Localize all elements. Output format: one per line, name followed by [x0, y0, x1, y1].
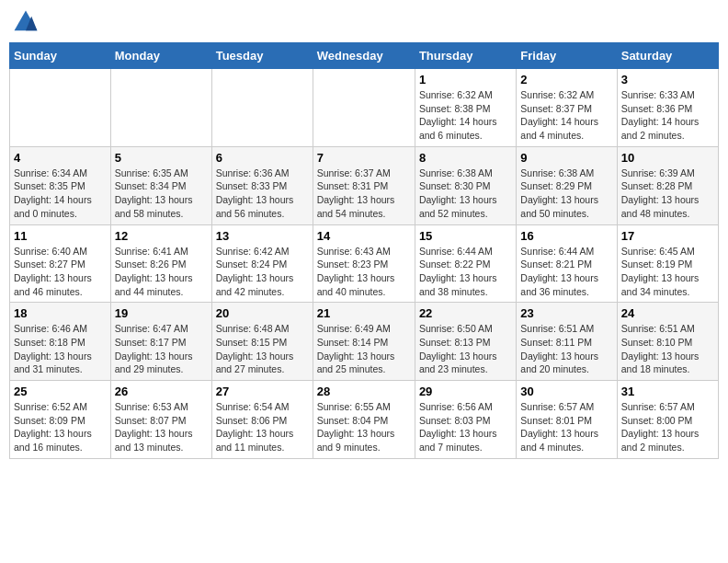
day-info: Sunrise: 6:32 AM Sunset: 8:37 PM Dayligh…	[520, 88, 612, 143]
calendar-cell: 10Sunrise: 6:39 AM Sunset: 8:28 PM Dayli…	[617, 146, 718, 224]
day-number: 28	[317, 385, 411, 398]
day-header-sunday: Sunday	[10, 43, 111, 69]
day-number: 20	[216, 306, 309, 320]
calendar-cell: 7Sunrise: 6:37 AM Sunset: 8:31 PM Daylig…	[313, 146, 415, 224]
day-number: 10	[621, 151, 714, 165]
day-number: 2	[520, 73, 612, 86]
calendar-cell: 13Sunrise: 6:42 AM Sunset: 8:24 PM Dayli…	[211, 224, 313, 303]
week-row: 4Sunrise: 6:34 AM Sunset: 8:35 PM Daylig…	[10, 146, 719, 224]
day-number: 15	[419, 229, 512, 243]
day-number: 12	[115, 229, 208, 243]
day-info: Sunrise: 6:57 AM Sunset: 8:01 PM Dayligh…	[520, 400, 612, 454]
calendar-cell: 15Sunrise: 6:44 AM Sunset: 8:22 PM Dayli…	[415, 224, 516, 303]
day-info: Sunrise: 6:37 AM Sunset: 8:31 PM Dayligh…	[317, 167, 411, 221]
day-number: 9	[520, 151, 612, 165]
calendar-cell: 29Sunrise: 6:56 AM Sunset: 8:03 PM Dayli…	[415, 381, 516, 459]
calendar-cell: 9Sunrise: 6:38 AM Sunset: 8:29 PM Daylig…	[517, 146, 617, 224]
day-number: 7	[317, 151, 411, 165]
calendar-cell: 22Sunrise: 6:50 AM Sunset: 8:13 PM Dayli…	[415, 303, 516, 381]
calendar-cell: 24Sunrise: 6:51 AM Sunset: 8:10 PM Dayli…	[617, 303, 718, 381]
day-info: Sunrise: 6:45 AM Sunset: 8:19 PM Dayligh…	[621, 245, 714, 299]
day-info: Sunrise: 6:41 AM Sunset: 8:26 PM Dayligh…	[115, 245, 208, 299]
calendar-cell: 12Sunrise: 6:41 AM Sunset: 8:26 PM Dayli…	[110, 224, 211, 303]
day-info: Sunrise: 6:44 AM Sunset: 8:21 PM Dayligh…	[520, 245, 612, 299]
day-info: Sunrise: 6:53 AM Sunset: 8:07 PM Dayligh…	[115, 400, 208, 454]
calendar-cell: 19Sunrise: 6:47 AM Sunset: 8:17 PM Dayli…	[110, 303, 211, 381]
day-info: Sunrise: 6:56 AM Sunset: 8:03 PM Dayligh…	[419, 400, 512, 454]
day-number: 11	[14, 229, 107, 243]
day-info: Sunrise: 6:33 AM Sunset: 8:36 PM Dayligh…	[621, 88, 714, 143]
day-number: 6	[216, 151, 309, 165]
calendar-cell: 14Sunrise: 6:43 AM Sunset: 8:23 PM Dayli…	[313, 224, 415, 303]
calendar-cell: 5Sunrise: 6:35 AM Sunset: 8:34 PM Daylig…	[110, 146, 211, 224]
calendar-cell: 28Sunrise: 6:55 AM Sunset: 8:04 PM Dayli…	[313, 381, 415, 459]
day-info: Sunrise: 6:34 AM Sunset: 8:35 PM Dayligh…	[14, 167, 107, 221]
week-row: 1Sunrise: 6:32 AM Sunset: 8:38 PM Daylig…	[10, 69, 719, 147]
calendar-cell: 6Sunrise: 6:36 AM Sunset: 8:33 PM Daylig…	[211, 146, 313, 224]
day-header-thursday: Thursday	[415, 43, 516, 69]
day-number: 30	[520, 385, 612, 398]
day-info: Sunrise: 6:42 AM Sunset: 8:24 PM Dayligh…	[216, 245, 309, 299]
calendar-table: SundayMondayTuesdayWednesdayThursdayFrid…	[9, 42, 719, 459]
day-info: Sunrise: 6:54 AM Sunset: 8:06 PM Dayligh…	[216, 400, 309, 454]
calendar-cell: 16Sunrise: 6:44 AM Sunset: 8:21 PM Dayli…	[517, 224, 617, 303]
day-number: 3	[621, 73, 714, 86]
calendar-cell: 26Sunrise: 6:53 AM Sunset: 8:07 PM Dayli…	[110, 381, 211, 459]
day-number: 14	[317, 229, 411, 243]
day-info: Sunrise: 6:43 AM Sunset: 8:23 PM Dayligh…	[317, 245, 411, 299]
day-number: 23	[520, 306, 612, 320]
day-info: Sunrise: 6:38 AM Sunset: 8:30 PM Dayligh…	[419, 167, 512, 221]
day-number: 4	[14, 151, 107, 165]
calendar-cell: 25Sunrise: 6:52 AM Sunset: 8:09 PM Dayli…	[10, 381, 111, 459]
day-number: 16	[520, 229, 612, 243]
calendar-cell: 31Sunrise: 6:57 AM Sunset: 8:00 PM Dayli…	[617, 381, 718, 459]
day-number: 18	[14, 306, 107, 320]
calendar-cell: 17Sunrise: 6:45 AM Sunset: 8:19 PM Dayli…	[617, 224, 718, 303]
day-number: 17	[621, 229, 714, 243]
calendar-cell: 20Sunrise: 6:48 AM Sunset: 8:15 PM Dayli…	[211, 303, 313, 381]
calendar-cell	[110, 69, 211, 147]
logo	[13, 9, 42, 35]
day-header-saturday: Saturday	[617, 43, 718, 69]
calendar-cell: 3Sunrise: 6:33 AM Sunset: 8:36 PM Daylig…	[617, 69, 718, 147]
calendar-cell: 11Sunrise: 6:40 AM Sunset: 8:27 PM Dayli…	[10, 224, 111, 303]
day-info: Sunrise: 6:46 AM Sunset: 8:18 PM Dayligh…	[14, 322, 107, 376]
calendar-cell: 2Sunrise: 6:32 AM Sunset: 8:37 PM Daylig…	[517, 69, 617, 147]
day-header-tuesday: Tuesday	[211, 43, 313, 69]
day-info: Sunrise: 6:48 AM Sunset: 8:15 PM Dayligh…	[216, 322, 309, 376]
calendar-cell	[313, 69, 415, 147]
week-row: 11Sunrise: 6:40 AM Sunset: 8:27 PM Dayli…	[10, 224, 719, 303]
logo-icon	[13, 9, 39, 35]
calendar-cell: 27Sunrise: 6:54 AM Sunset: 8:06 PM Dayli…	[211, 381, 313, 459]
calendar-cell: 18Sunrise: 6:46 AM Sunset: 8:18 PM Dayli…	[10, 303, 111, 381]
header-row: SundayMondayTuesdayWednesdayThursdayFrid…	[10, 43, 719, 69]
day-number: 26	[115, 385, 208, 398]
day-number: 19	[115, 306, 208, 320]
day-info: Sunrise: 6:57 AM Sunset: 8:00 PM Dayligh…	[621, 400, 714, 454]
day-info: Sunrise: 6:32 AM Sunset: 8:38 PM Dayligh…	[419, 88, 512, 143]
calendar-cell: 8Sunrise: 6:38 AM Sunset: 8:30 PM Daylig…	[415, 146, 516, 224]
calendar-cell	[211, 69, 313, 147]
day-header-wednesday: Wednesday	[313, 43, 415, 69]
day-number: 5	[115, 151, 208, 165]
day-number: 29	[419, 385, 512, 398]
day-info: Sunrise: 6:55 AM Sunset: 8:04 PM Dayligh…	[317, 400, 411, 454]
day-number: 1	[419, 73, 512, 86]
day-info: Sunrise: 6:39 AM Sunset: 8:28 PM Dayligh…	[621, 167, 714, 221]
day-number: 27	[216, 385, 309, 398]
day-info: Sunrise: 6:49 AM Sunset: 8:14 PM Dayligh…	[317, 322, 411, 376]
day-number: 21	[317, 306, 411, 320]
page-header	[9, 9, 719, 35]
calendar-cell: 30Sunrise: 6:57 AM Sunset: 8:01 PM Dayli…	[517, 381, 617, 459]
day-info: Sunrise: 6:51 AM Sunset: 8:10 PM Dayligh…	[621, 322, 714, 376]
day-number: 8	[419, 151, 512, 165]
day-number: 22	[419, 306, 512, 320]
calendar-cell: 4Sunrise: 6:34 AM Sunset: 8:35 PM Daylig…	[10, 146, 111, 224]
week-row: 25Sunrise: 6:52 AM Sunset: 8:09 PM Dayli…	[10, 381, 719, 459]
calendar-cell	[10, 69, 111, 147]
day-number: 24	[621, 306, 714, 320]
day-info: Sunrise: 6:51 AM Sunset: 8:11 PM Dayligh…	[520, 322, 612, 376]
week-row: 18Sunrise: 6:46 AM Sunset: 8:18 PM Dayli…	[10, 303, 719, 381]
calendar-cell: 1Sunrise: 6:32 AM Sunset: 8:38 PM Daylig…	[415, 69, 516, 147]
day-number: 25	[14, 385, 107, 398]
